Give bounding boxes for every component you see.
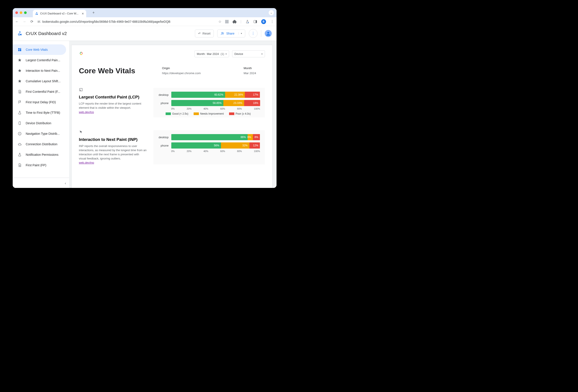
svg-point-0 <box>36 12 37 13</box>
page-title: Core Web Vitals <box>79 66 149 75</box>
forward-icon[interactable]: → <box>22 20 27 24</box>
profile-avatar-icon[interactable]: B <box>261 19 266 24</box>
sidebar-item-label: Connection Distribution <box>26 143 57 146</box>
star-icon <box>17 58 22 62</box>
svg-point-13 <box>18 34 20 35</box>
bar-segment: 60.62% <box>171 92 225 98</box>
device-filter-label: Device <box>235 52 243 55</box>
kebab-icon: ⋮ <box>251 31 255 35</box>
bar-segment: 23.33% <box>223 100 244 106</box>
address-bar: ← → ⟳ lookerstudio.google.com/u/0/report… <box>13 17 277 26</box>
reset-button[interactable]: ↶ Reset <box>195 30 214 37</box>
row-label: desktop <box>156 136 169 139</box>
svg-point-14 <box>222 32 223 33</box>
month-filter[interactable]: Month: Mar 2024 (1) ▾ <box>194 50 229 57</box>
back-icon[interactable]: ← <box>15 20 19 24</box>
svg-rect-5 <box>38 22 39 22</box>
sidebar-item-2[interactable]: Interaction to Next Pain... <box>13 65 69 76</box>
collapse-sidebar-button[interactable]: ‹ <box>65 181 66 185</box>
bar-segment: 17% <box>245 92 260 98</box>
svg-rect-17 <box>20 48 21 49</box>
sidebar-item-label: Largest Contentful Pain... <box>26 58 60 62</box>
zoom-window-icon[interactable] <box>24 11 27 14</box>
sidebar-item-9[interactable]: Connection Distribution <box>13 139 69 149</box>
month-label: Month <box>243 66 256 70</box>
svg-rect-20 <box>19 122 21 125</box>
extension-1-icon[interactable] <box>225 20 229 23</box>
account-avatar[interactable] <box>265 30 272 37</box>
metric-0: Largest Contentful Paint (LCP)LCP report… <box>79 88 265 117</box>
sidebar-item-7[interactable]: Device Distribution <box>13 118 69 128</box>
sidebar-item-0[interactable]: Core Web Vitals <box>13 45 66 55</box>
close-window-icon[interactable] <box>15 11 18 14</box>
bar-segment: 6% <box>248 134 253 140</box>
looker-studio-icon <box>35 12 39 15</box>
sidebar-item-1[interactable]: Largest Contentful Pain... <box>13 55 69 65</box>
row-label: phone <box>156 144 169 147</box>
chart-row: phone58.85%23.33%18% <box>156 100 260 106</box>
sidebar-item-8[interactable]: Navigation Type Distrib... <box>13 128 69 139</box>
url-text: lookerstudio.google.com/u/0/reporting/bb… <box>43 20 170 23</box>
sidebar-item-label: Cumulative Layout Shift... <box>26 79 61 83</box>
minimise-window-icon[interactable] <box>20 11 22 14</box>
metric-desc: INP reports the overall responsiveness t… <box>79 144 147 161</box>
sidebar-item-6[interactable]: Time to First Byte (TTFB) <box>13 107 69 118</box>
share-label: Share <box>226 32 234 35</box>
svg-rect-4 <box>38 21 39 22</box>
more-options-button[interactable]: ⋮ <box>249 29 257 38</box>
bar-segment: 56% <box>171 143 221 148</box>
app-title: CrUX Dashboard v2 <box>26 31 67 36</box>
sidebar-item-label: Device Distribution <box>26 121 51 125</box>
sidebar-item-label: First Contentful Paint (F... <box>26 90 60 94</box>
share-button[interactable]: Share ▾ <box>217 30 245 37</box>
browser-menu-icon[interactable]: ⋮ <box>270 19 274 24</box>
bar-segment: 86% <box>171 134 248 140</box>
chart-row: desktop60.62%22.38%17% <box>156 92 260 98</box>
svg-point-7 <box>39 21 40 22</box>
sidebar-item-label: Core Web Vitals <box>26 48 48 51</box>
svg-rect-18 <box>20 49 21 51</box>
flask-icon <box>17 111 22 115</box>
sidebar-item-label: Navigation Type Distrib... <box>26 132 60 135</box>
extensions-icon[interactable] <box>233 20 237 24</box>
chart: desktop86%6%8%phone56%32%12%0%20%40%60%8… <box>153 130 265 164</box>
metric-link[interactable]: web.dev/lcp <box>79 110 94 114</box>
svg-rect-11 <box>255 20 257 23</box>
new-tab-button[interactable]: + <box>91 10 97 16</box>
url-field[interactable]: lookerstudio.google.com/u/0/reporting/bb… <box>37 20 215 23</box>
sidebar-item-10[interactable]: Notification Permissions <box>13 149 69 160</box>
origin-value: https://developer.chrome.com <box>162 72 201 75</box>
side-panel-icon[interactable] <box>253 20 257 24</box>
metric-desc: LCP reports the render time of the large… <box>79 102 147 110</box>
reset-label: Reset <box>203 32 211 35</box>
svg-rect-19 <box>18 50 19 51</box>
device-filter[interactable]: Device ▾ <box>232 50 265 57</box>
bar-segment: 12% <box>249 143 260 148</box>
stacked-bar: 60.62%22.38%17% <box>171 92 260 98</box>
share-dropdown-icon[interactable]: ▾ <box>239 32 242 35</box>
sidebar-item-label: First Paint (FP) <box>26 163 46 167</box>
chart-row: desktop86%6%8% <box>156 134 260 140</box>
row-label: phone <box>156 101 169 105</box>
stacked-bar: 58.85%23.33%18% <box>171 100 260 106</box>
tab-title: CrUX Dashboard v2 › Core W... <box>40 12 79 15</box>
dashboard-icon <box>17 48 22 52</box>
month-value: Mar 2024 <box>243 72 256 75</box>
sidebar-item-3[interactable]: Cumulative Layout Shift... <box>13 76 69 86</box>
star-icon[interactable]: ☆ <box>218 19 222 24</box>
sidebar-item-label: Time to First Byte (TTFB) <box>26 111 60 114</box>
browser-tab[interactable]: CrUX Dashboard v2 › Core W... ✕ <box>33 10 86 17</box>
close-tab-icon[interactable]: ✕ <box>82 12 84 15</box>
chart-axis: 0%20%40%60%80%100% <box>171 107 260 110</box>
month-filter-count: (1) <box>221 52 224 55</box>
reload-icon[interactable]: ⟳ <box>30 19 34 24</box>
sidebar-item-11[interactable]: First Paint (FP) <box>13 160 69 170</box>
browser-window: CrUX Dashboard v2 › Core W... ✕ + ⌄ ← → … <box>13 8 277 188</box>
sidebar-item-4[interactable]: First Contentful Paint (F... <box>13 86 69 97</box>
metric-title: Largest Contentful Paint (LCP) <box>79 95 147 99</box>
report-logo-icon <box>79 52 83 56</box>
metric-link[interactable]: web.dev/inp <box>79 161 94 164</box>
sidebar-item-5[interactable]: First Input Delay (FID) <box>13 97 69 107</box>
tabs-menu-icon[interactable]: ⌄ <box>269 10 274 15</box>
labs-icon[interactable] <box>245 20 249 24</box>
